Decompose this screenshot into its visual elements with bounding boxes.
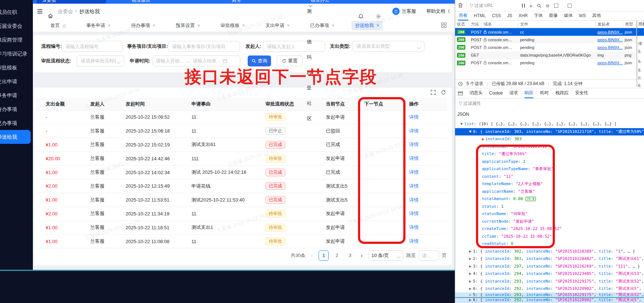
detail-link[interactable]: 详情 xyxy=(409,128,419,134)
json-array-item-row[interactable]: ▶4: { instanceId: 294, instanceNo: "SP20… xyxy=(455,270,644,278)
close-icon[interactable]: × xyxy=(153,23,156,28)
expand-arrow-icon[interactable]: ▶ xyxy=(469,279,472,284)
filter-url-input[interactable]: ▽ 过滤 URL xyxy=(470,3,493,9)
network-column-header[interactable]: 发起者 xyxy=(596,21,623,28)
network-column-header[interactable]: 域名 xyxy=(482,21,518,28)
trash-icon[interactable] xyxy=(458,3,463,8)
collapse-menu-icon[interactable] xyxy=(37,4,43,19)
page-number-2[interactable]: 2 xyxy=(332,250,342,261)
close-icon[interactable]: × xyxy=(197,23,200,28)
top-nav-item[interactable]: 业委会 xyxy=(42,0,56,3)
sidebar-item[interactable]: 待办事项 xyxy=(0,102,33,116)
sidebar-item[interactable]: 历届业委会 xyxy=(0,19,33,33)
expand-arrow-icon[interactable]: ▶ xyxy=(469,298,472,302)
breadcrumb-section[interactable]: 业委会 xyxy=(58,4,73,19)
close-icon[interactable]: × xyxy=(108,23,111,28)
expand-arrow-icon[interactable]: ▶ xyxy=(469,249,472,254)
expand-arrow-icon[interactable]: ▶ xyxy=(469,264,472,269)
help-doc-link[interactable]: 帮助文档《 xyxy=(426,4,450,19)
detail-tab[interactable]: 栈跟踪 xyxy=(555,88,568,98)
detail-link[interactable]: 详情 xyxy=(409,183,419,189)
expand-arrow-icon[interactable]: ▸ xyxy=(469,292,472,297)
tab[interactable]: 支出申请 ⌂ × xyxy=(262,21,293,30)
network-filter-tab[interactable]: WS xyxy=(578,11,587,20)
detail-link[interactable]: 详情 xyxy=(409,238,419,244)
json-section-header[interactable]: JSON xyxy=(455,109,644,118)
initiator-link[interactable]: img xyxy=(597,53,604,57)
jump-page-input[interactable] xyxy=(419,250,439,261)
top-nav-item[interactable]: 财务 xyxy=(232,0,241,3)
tab[interactable]: 事务申请 ⌂ × xyxy=(83,21,114,30)
tab[interactable]: 已办事项 ⌂ × xyxy=(306,21,338,30)
network-request-row[interactable]: 200 GET data:image/png;base64,iVBORw0KGg… xyxy=(455,51,636,59)
network-column-header[interactable]: 类型 xyxy=(623,21,637,28)
initiator-link[interactable]: axios-BlN9X… xyxy=(597,30,623,34)
network-filter-tab[interactable]: 图像 xyxy=(548,11,559,20)
detail-tab[interactable]: 请求 xyxy=(509,88,518,98)
page-number-3[interactable]: 3 xyxy=(345,250,355,261)
close-icon[interactable]: × xyxy=(287,23,290,28)
initiator-link[interactable]: axios-BlN9X… xyxy=(597,38,623,42)
prev-page-button[interactable]: ‹ xyxy=(308,253,316,258)
json-array-item-row[interactable]: ▸5: { instanceId: 293, instanceNo: "SP20… xyxy=(455,292,644,298)
json-array-item-row[interactable]: ▼0: { instanceId: 303, instanceNo: "SP20… xyxy=(455,128,644,136)
sidebar-item[interactable]: 事务申请 xyxy=(0,88,33,102)
network-filter-tab[interactable]: JS xyxy=(506,11,513,20)
detail-link[interactable]: 详情 xyxy=(409,169,419,175)
tab[interactable]: 抄送给我 ⌂ × xyxy=(351,21,383,30)
sidebar-item[interactable]: 审批模板 xyxy=(0,61,33,74)
flow-no-input[interactable] xyxy=(61,41,123,52)
detail-link[interactable]: 详情 xyxy=(409,225,419,230)
block-icon[interactable]: ⊘ xyxy=(546,3,550,8)
network-filter-tab[interactable]: 字体 xyxy=(533,11,544,20)
sidebar-item[interactable]: 支出申请 xyxy=(0,74,33,88)
grid-layout-icon[interactable] xyxy=(441,23,446,28)
search-button[interactable]: 查询 xyxy=(248,55,271,66)
sidebar-item[interactable]: 学习培训记录 xyxy=(0,47,33,61)
top-nav-item[interactable]: 物业办公 xyxy=(310,0,329,3)
network-filter-tab[interactable]: HTML xyxy=(473,11,487,20)
network-filter-tab[interactable]: CSS xyxy=(491,11,502,20)
json-field-row[interactable]: ●instanceId: 303 xyxy=(455,135,644,143)
avatar[interactable]: 兰 xyxy=(392,8,400,15)
sidebar-item[interactable]: 抄送给我 xyxy=(0,130,31,144)
json-array-item-row[interactable]: ▶6: { instanceId: 292, instanceNo: "SP20… xyxy=(455,285,644,293)
detail-link[interactable]: 详情 xyxy=(409,142,419,147)
page-number-1[interactable]: 1 xyxy=(319,250,329,261)
network-column-header[interactable]: 方法 xyxy=(469,21,482,28)
date-range-picker[interactable]: 请输入开始... → 请输入结束... xyxy=(153,55,240,66)
add-icon[interactable]: + xyxy=(529,3,533,9)
pause-icon[interactable] xyxy=(522,4,525,8)
top-nav-item[interactable]: 物业缴费 xyxy=(132,0,150,3)
fullscreen-icon[interactable] xyxy=(431,90,436,95)
expand-arrow-icon[interactable]: ▼ xyxy=(469,129,472,134)
tab[interactable]: 待办事项 ⌂ × xyxy=(127,21,159,30)
detail-tab[interactable]: 安全性 xyxy=(575,88,588,98)
json-array-item-row[interactable]: ▶3: { instanceId: 297, instanceNo: "SP20… xyxy=(455,263,644,271)
filter-properties-input[interactable]: ▽ 过滤属性 xyxy=(455,99,644,108)
expand-arrow-icon[interactable]: ▶ xyxy=(469,256,472,261)
network-request-row[interactable]: 200 POST console.sm… pending axios-BlN9X… xyxy=(455,59,636,67)
sidebar-item[interactable]: 供应商管理 xyxy=(0,33,33,47)
tab[interactable]: 审批模板 ⌂ × xyxy=(217,21,249,30)
detail-tab[interactable]: 耗时 xyxy=(540,88,549,98)
network-request-row[interactable]: 200 POST console.sm… pending axios-BlN9X… xyxy=(455,36,636,43)
initiator-link[interactable]: axios-BlN9X… xyxy=(597,45,623,50)
expand-arrow-icon[interactable]: ▶ xyxy=(469,271,472,276)
split-panel-icon[interactable] xyxy=(458,91,463,95)
detail-link[interactable]: 详情 xyxy=(409,156,419,161)
json-list-row[interactable]: ▼list: (10) [ {…}, {…}, {…}, {…}, {…}, {… xyxy=(455,120,644,128)
sidebar-item[interactable]: 已办事项 xyxy=(0,116,33,130)
tab[interactable]: 预算设置 ⌂ × xyxy=(172,21,204,30)
approval-status-select[interactable]: 请选择审批流程状态 xyxy=(77,55,124,66)
network-request-row[interactable]: 200 POST console.sm… pending axios-BlN9X… xyxy=(455,43,636,51)
checkbox-icon[interactable] xyxy=(554,4,558,8)
detail-tab[interactable]: 响应 xyxy=(525,88,533,98)
network-filter-tab[interactable]: 所有 xyxy=(458,11,468,20)
expand-arrow-icon[interactable]: ▶ xyxy=(469,286,472,291)
detail-tab[interactable]: Cookie xyxy=(489,88,503,98)
json-array-item-row[interactable]: ▶1: { instanceId: 302, instanceNo: "SP20… xyxy=(455,248,644,256)
refresh-icon[interactable] xyxy=(441,90,446,95)
close-icon[interactable]: × xyxy=(332,23,335,28)
network-filter-tab[interactable]: 其他 xyxy=(591,11,602,20)
